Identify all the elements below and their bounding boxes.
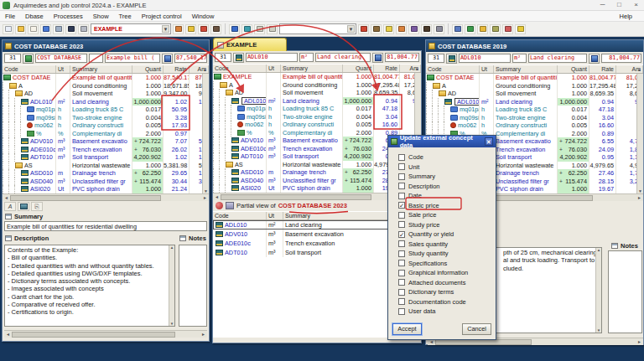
row-number-field[interactable]: 31 bbox=[215, 53, 231, 62]
image-icon[interactable] bbox=[477, 24, 488, 34]
checkbox-icon[interactable] bbox=[398, 173, 405, 180]
col-summary[interactable]: Summary bbox=[494, 65, 558, 73]
note-icon[interactable] bbox=[515, 24, 526, 34]
scroll-thumb[interactable] bbox=[10, 195, 161, 201]
export-icon[interactable] bbox=[198, 24, 209, 34]
checkbox-icon[interactable] bbox=[398, 163, 405, 170]
menu-show[interactable]: Show bbox=[88, 13, 114, 20]
code-field[interactable]: ADL010 bbox=[459, 54, 511, 63]
filter-combo[interactable]: ▼ bbox=[279, 23, 356, 34]
settings-icon[interactable] bbox=[396, 24, 407, 34]
col-summary[interactable]: Summary bbox=[70, 65, 132, 73]
tree-row[interactable]: ADT010m³Soil transport4,200.9021.021,2 bbox=[3, 153, 209, 162]
chevron-down-icon[interactable]: ▼ bbox=[162, 25, 169, 33]
checkbox-attached-documents[interactable]: Attached documents bbox=[398, 278, 496, 288]
dictionary-icon[interactable] bbox=[452, 24, 463, 34]
col-code[interactable]: Code bbox=[213, 64, 267, 72]
reference-database-icon[interactable] bbox=[226, 202, 234, 209]
price-chart-icon[interactable] bbox=[162, 54, 173, 64]
menu-project-control[interactable]: Project control bbox=[137, 13, 187, 20]
scroll-right-arrow[interactable]: ► bbox=[636, 339, 643, 344]
code-field[interactable]: COST DATABASE bbox=[35, 54, 87, 63]
menu-help[interactable]: Help bbox=[615, 13, 637, 20]
scroll-thumb[interactable] bbox=[221, 194, 371, 200]
flag-icon[interactable] bbox=[465, 24, 475, 34]
tree-row[interactable]: AGround conditioning1.00017,295.4817,29 bbox=[426, 82, 643, 90]
example-window-tab[interactable]: EXAMPLE bbox=[213, 38, 287, 51]
code-edit-box[interactable]: ADL010 bbox=[454, 98, 480, 106]
paperclip-icon[interactable]: ⎘ bbox=[31, 202, 43, 211]
unit-field[interactable] bbox=[89, 54, 103, 63]
tree-row[interactable]: EXAMPLEExample bill of quantitie:1.00081… bbox=[213, 73, 421, 81]
checkbox-user-data[interactable]: User data bbox=[398, 307, 496, 317]
menu-processes[interactable]: Processes bbox=[49, 13, 88, 20]
partial-view-icon[interactable] bbox=[216, 202, 223, 209]
accept-button[interactable]: Accept bbox=[392, 323, 422, 335]
scroll-left-arrow[interactable]: ◄ bbox=[3, 195, 10, 200]
checkbox-icon[interactable]: ✓ bbox=[398, 202, 405, 209]
import-icon[interactable] bbox=[28, 24, 39, 34]
col-rate[interactable]: Rate bbox=[589, 65, 616, 73]
open-icon[interactable] bbox=[15, 24, 26, 34]
checkbox-icon[interactable] bbox=[398, 250, 405, 257]
col-quant[interactable]: Quant bbox=[558, 65, 589, 73]
update-job-icon[interactable] bbox=[173, 24, 184, 34]
row-number-field[interactable]: 31 bbox=[4, 54, 21, 63]
shelf-icon[interactable] bbox=[421, 24, 432, 34]
description-box[interactable]: Contents of the Example:- Bill of quanti… bbox=[4, 245, 175, 327]
menu-window[interactable]: Window bbox=[187, 13, 220, 20]
tree-row[interactable]: mo062hOrdinary constructi0.00517.93 bbox=[3, 121, 209, 130]
text-style-icon[interactable]: A bbox=[4, 202, 16, 211]
chart-icon[interactable] bbox=[242, 24, 252, 34]
tree-row[interactable]: mq01pan010hLoading truck 85 C0.01747.18 bbox=[213, 105, 421, 113]
pencil-icon[interactable] bbox=[383, 24, 394, 34]
checkbox-code[interactable]: Code bbox=[398, 152, 496, 162]
unit-field[interactable]: m² bbox=[512, 54, 527, 63]
window-titlebar[interactable]: COST DATABASE 2019 bbox=[426, 40, 643, 52]
lock-icon[interactable] bbox=[185, 24, 196, 34]
checkbox-icon[interactable]: ✓ bbox=[398, 231, 405, 238]
save-icon[interactable] bbox=[65, 24, 76, 34]
checkbox-icon[interactable] bbox=[398, 240, 405, 247]
checkbox-graphical-information[interactable]: Graphical information bbox=[398, 268, 496, 278]
col-code[interactable]: Code bbox=[213, 212, 267, 219]
concept-type-icon[interactable] bbox=[23, 54, 34, 64]
checkbox-icon[interactable] bbox=[398, 260, 405, 266]
checkbox-description[interactable]: Description bbox=[398, 182, 496, 192]
scroll-right-arrow[interactable]: ► bbox=[200, 332, 207, 337]
checkbox-sale-price[interactable]: Sale price bbox=[398, 210, 496, 220]
tree-row[interactable]: mq09sie010hTwo-stroke engine0.0043.04 bbox=[426, 114, 643, 122]
maximize-icon[interactable]: □ bbox=[614, 1, 625, 8]
tree-row[interactable]: ADL010m²Land clearing1,000.0000.9494 bbox=[213, 97, 421, 106]
col-quant[interactable]: Quant bbox=[343, 64, 374, 72]
col-ut[interactable]: Ut bbox=[480, 65, 494, 73]
checkbox-study-quantity[interactable]: Study quantity bbox=[398, 249, 496, 259]
chevron-down-icon[interactable]: ▼ bbox=[347, 25, 355, 33]
tree-row[interactable]: ADV010m³Basement excavatio+724.7227.075,… bbox=[3, 137, 209, 146]
description-scrollbar[interactable]: ▲▼ bbox=[595, 248, 601, 333]
code-field[interactable]: ADL010 bbox=[246, 53, 298, 62]
checkbox-quantity-or-yield[interactable]: ✓Quantity or yield bbox=[398, 229, 496, 240]
checkbox-dictionary-terms[interactable]: Dictionary terms bbox=[398, 287, 496, 297]
menu-file[interactable]: File bbox=[0, 13, 20, 20]
dialog-titlebar[interactable]: Update external concept data ✕ bbox=[388, 136, 496, 147]
notes-box[interactable] bbox=[179, 245, 207, 327]
checkbox-summary[interactable]: Summary bbox=[398, 172, 496, 182]
concept-type-icon[interactable] bbox=[233, 53, 244, 63]
tree-row[interactable]: ASI020UtPVC siphon drain1.00021.24 bbox=[3, 185, 209, 193]
book-icon[interactable] bbox=[408, 24, 419, 34]
scroll-right-arrow[interactable]: ► bbox=[636, 195, 643, 200]
tree-row[interactable]: COST DATAEExample bill of quantitie:1.00… bbox=[426, 74, 643, 82]
close-icon[interactable]: × bbox=[631, 1, 641, 8]
pointer-icon[interactable] bbox=[229, 24, 240, 34]
tree-row[interactable]: mq01pan010hLoading truck 85 C0.01750.95 bbox=[3, 106, 209, 114]
code-edit-box[interactable]: ADL010 bbox=[242, 97, 267, 105]
tree-row[interactable]: ADSoil movement1.0008,659.358,65 bbox=[426, 90, 643, 98]
undo-icon[interactable] bbox=[40, 24, 51, 34]
scroll-right-arrow[interactable]: ► bbox=[201, 195, 209, 200]
tree-row[interactable]: mo062hOrdinary constructi0.00516.60 bbox=[213, 121, 421, 129]
scroll-left-arrow[interactable]: ◄ bbox=[213, 194, 221, 199]
tree-row[interactable]: COST DATAEExample bill of quantitie:1.00… bbox=[3, 74, 209, 82]
vertical-scrollbar[interactable]: ▼ bbox=[636, 74, 643, 193]
checkbox-icon[interactable] bbox=[398, 279, 405, 286]
